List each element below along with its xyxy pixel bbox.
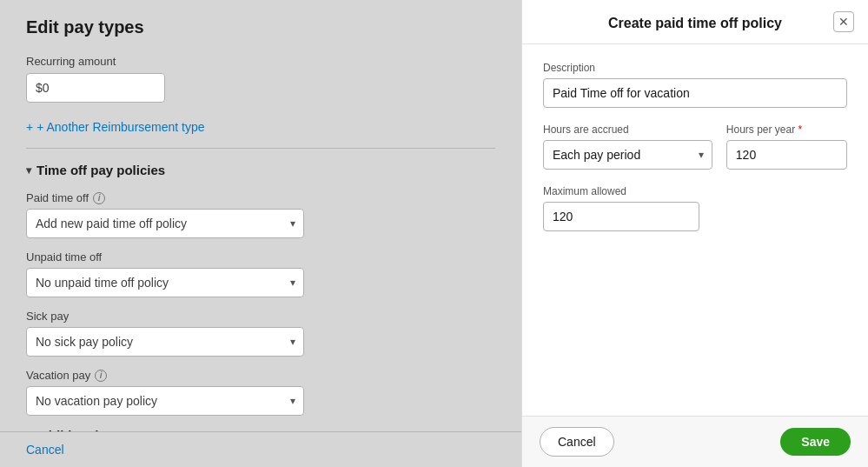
paid-time-off-info-icon[interactable]: i bbox=[93, 192, 105, 204]
paid-time-off-select[interactable]: Add new paid time off policy bbox=[26, 209, 304, 238]
sick-pay-group: Sick pay No sick pay policy ▾ bbox=[26, 310, 495, 357]
modal-header: Create paid time off policy ✕ bbox=[522, 0, 868, 44]
sick-pay-label: Sick pay bbox=[26, 310, 495, 323]
description-label: Description bbox=[543, 62, 847, 74]
footer-left: Cancel bbox=[0, 431, 521, 467]
sick-pay-select-wrapper: No sick pay policy ▾ bbox=[26, 327, 304, 357]
description-group: Description bbox=[543, 62, 847, 108]
unpaid-time-off-label: Unpaid time off bbox=[26, 250, 495, 264]
cancel-button-modal[interactable]: Cancel bbox=[540, 427, 614, 457]
plus-icon: + bbox=[26, 120, 33, 134]
recurring-section: Recurring amount bbox=[26, 55, 495, 103]
paid-time-off-group: Paid time off i Add new paid time off po… bbox=[26, 191, 495, 238]
max-allowed-group: Maximum allowed bbox=[543, 185, 847, 231]
divider bbox=[26, 148, 495, 149]
vacation-pay-info-icon[interactable]: i bbox=[95, 370, 107, 382]
hours-per-year-input[interactable] bbox=[726, 140, 847, 170]
recurring-amount-input[interactable] bbox=[26, 73, 165, 103]
hours-per-year-group: Hours per year * bbox=[726, 123, 847, 170]
unpaid-time-off-select-wrapper: No unpaid time off policy ▾ bbox=[26, 268, 304, 297]
chevron-down-icon: ▾ bbox=[26, 164, 31, 177]
hours-accrued-group: Hours are accrued Each pay period Monthl… bbox=[543, 123, 712, 170]
hours-accrued-select[interactable]: Each pay period Monthly Annually bbox=[543, 140, 712, 170]
vacation-pay-select[interactable]: No vacation pay policy bbox=[26, 386, 304, 416]
modal-title: Create paid time off policy bbox=[608, 16, 782, 31]
description-input[interactable] bbox=[543, 78, 847, 108]
accrual-row: Hours are accrued Each pay period Monthl… bbox=[543, 123, 847, 185]
modal-body: Description Hours are accrued Each pay p… bbox=[522, 44, 868, 416]
time-off-section-label: Time off pay policies bbox=[36, 163, 165, 177]
sick-pay-select[interactable]: No sick pay policy bbox=[26, 327, 304, 357]
time-off-section-header[interactable]: ▾ Time off pay policies bbox=[26, 163, 495, 177]
hours-accrued-label: Hours are accrued bbox=[543, 123, 712, 136]
unpaid-time-off-group: Unpaid time off No unpaid time off polic… bbox=[26, 250, 495, 297]
required-star: * bbox=[798, 123, 803, 136]
left-panel: Edit pay types Recurring amount + + Anot… bbox=[0, 0, 521, 467]
modal-panel: Create paid time off policy ✕ Descriptio… bbox=[521, 0, 868, 467]
modal-footer: Cancel Save bbox=[522, 416, 868, 467]
hours-accrued-select-wrapper: Each pay period Monthly Annually ▾ bbox=[543, 140, 712, 170]
close-icon: ✕ bbox=[838, 15, 849, 29]
add-reimbursement-label: + Another Reimbursement type bbox=[36, 120, 204, 134]
cancel-button-left[interactable]: Cancel bbox=[26, 443, 64, 457]
unpaid-time-off-select[interactable]: No unpaid time off policy bbox=[26, 268, 304, 297]
vacation-pay-group: Vacation pay i No vacation pay policy ▾ bbox=[26, 369, 495, 416]
save-button[interactable]: Save bbox=[780, 428, 851, 456]
page-title: Edit pay types bbox=[26, 17, 495, 37]
max-allowed-input[interactable] bbox=[543, 202, 699, 231]
vacation-pay-label: Vacation pay i bbox=[26, 369, 495, 382]
add-reimbursement-link[interactable]: + + Another Reimbursement type bbox=[26, 120, 495, 134]
hours-per-year-label: Hours per year * bbox=[726, 123, 847, 136]
paid-time-off-select-wrapper: Add new paid time off policy ▾ bbox=[26, 209, 304, 238]
recurring-amount-label: Recurring amount bbox=[26, 55, 495, 68]
max-allowed-label: Maximum allowed bbox=[543, 185, 847, 197]
close-button[interactable]: ✕ bbox=[833, 11, 854, 32]
vacation-pay-select-wrapper: No vacation pay policy ▾ bbox=[26, 386, 304, 416]
paid-time-off-label: Paid time off i bbox=[26, 191, 495, 204]
